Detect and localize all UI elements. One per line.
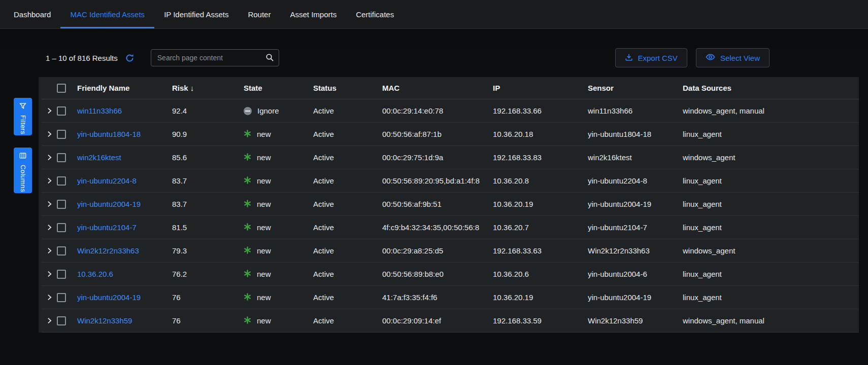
refresh-icon[interactable] (125, 53, 135, 63)
asset-name-link[interactable]: win11n33h66 (77, 106, 122, 115)
search-box (151, 49, 279, 66)
tab-ip-identified-assets[interactable]: IP Identified Assets (154, 0, 238, 28)
expand-chevron-icon[interactable] (42, 131, 57, 137)
asset-name-link[interactable]: 10.36.20.6 (77, 270, 113, 278)
filters-side-tab[interactable]: Filters (14, 98, 32, 135)
header-sensor[interactable]: Sensor (588, 84, 683, 92)
export-csv-button[interactable]: Export CSV (615, 48, 687, 67)
select-all-checkbox[interactable] (57, 84, 66, 93)
sensor-cell: Win2k12n33h59 (588, 316, 683, 325)
new-state-icon (244, 316, 251, 325)
asset-name-link[interactable]: Win2k12n33h59 (77, 316, 132, 325)
row-checkbox[interactable] (57, 176, 66, 186)
tab-certificates[interactable]: Certificates (346, 0, 404, 28)
friendly-name-cell: yin-ubuntu2004-19 (77, 200, 172, 208)
state-cell: new (244, 270, 313, 279)
row-checkbox[interactable] (57, 153, 66, 162)
results-count-text: 1 – 10 of 816 Results (46, 54, 118, 62)
expand-chevron-icon[interactable] (42, 317, 57, 324)
header-data-sources[interactable]: Data Sources (683, 84, 859, 92)
header-ip[interactable]: IP (493, 84, 588, 92)
table-row: yin-ubuntu1804-18 90.9 new Active 00:50:… (42, 123, 859, 146)
asset-name-link[interactable]: yin-ubuntu1804-18 (77, 130, 141, 138)
new-state-icon (244, 176, 251, 186)
table-row: Win2k12n33h59 76 new Active 00:0c:29:09:… (42, 309, 859, 333)
header-status[interactable]: Status (313, 84, 382, 92)
tab-dashboard[interactable]: Dashboard (4, 0, 60, 28)
sort-descending-icon: ↓ (190, 84, 194, 92)
columns-icon (19, 152, 26, 161)
row-checkbox[interactable] (57, 270, 66, 279)
state-cell: new (244, 316, 313, 325)
expand-chevron-icon[interactable] (42, 294, 57, 301)
expand-chevron-icon[interactable] (42, 224, 57, 231)
state-cell: Ignore (244, 106, 313, 115)
select-view-button[interactable]: Select View (696, 48, 770, 67)
sensor-cell: yin-ubuntu1804-18 (588, 130, 683, 138)
row-checkbox[interactable] (57, 223, 66, 232)
state-label: new (257, 293, 271, 302)
state-cell: new (244, 153, 313, 162)
header-state[interactable]: State (244, 84, 313, 92)
state-label: new (257, 246, 271, 255)
table-row: win11n33h66 92.4 Ignore Active 00:0c:29:… (42, 99, 859, 123)
sensor-cell: yin-ubuntu2004-19 (588, 293, 683, 302)
asset-name-link[interactable]: win2k16ktest (77, 153, 121, 162)
expand-chevron-icon[interactable] (42, 154, 57, 161)
data-sources-cell: linux_agent (683, 223, 859, 232)
mac-cell: 00:50:56:89:b8:e0 (382, 270, 493, 278)
tab-asset-imports[interactable]: Asset Imports (280, 0, 346, 28)
state-cell: new (244, 293, 313, 302)
state-label: new (257, 200, 271, 208)
data-sources-cell: windows_agent, manual (683, 316, 859, 325)
asset-name-link[interactable]: Win2k12r2n33h63 (77, 246, 139, 255)
header-mac[interactable]: MAC (382, 84, 493, 92)
state-cell: new (244, 200, 313, 209)
state-label: new (257, 176, 271, 185)
ip-cell: 10.36.20.18 (493, 130, 588, 138)
expand-chevron-icon[interactable] (42, 177, 57, 184)
row-checkbox[interactable] (57, 106, 66, 116)
main-content: 1 – 10 of 816 Results (0, 48, 868, 365)
expand-chevron-icon[interactable] (42, 201, 57, 207)
search-icon[interactable] (265, 53, 274, 64)
eye-icon (706, 52, 715, 63)
header-friendly-name[interactable]: Friendly Name (77, 84, 172, 92)
asset-name-link[interactable]: yin-ubuntu2104-7 (77, 223, 137, 232)
new-state-icon (244, 200, 251, 209)
asset-name-link[interactable]: yin-ubuntu2004-19 (77, 293, 141, 302)
mac-cell: 00:0c:29:14:e0:78 (382, 106, 493, 115)
top-nav: Dashboard MAC Identified Assets IP Ident… (0, 0, 868, 29)
search-input[interactable] (151, 49, 279, 66)
tab-router[interactable]: Router (238, 0, 280, 28)
risk-cell: 83.7 (172, 200, 244, 208)
mac-cell: 00:50:56:89:20:95,bd:a1:4f:8 (382, 176, 493, 185)
friendly-name-cell: yin-ubuntu2204-8 (77, 176, 172, 185)
columns-tab-label: Columns (19, 165, 27, 192)
asset-name-link[interactable]: yin-ubuntu2004-19 (77, 200, 141, 208)
risk-cell: 79.3 (172, 246, 244, 255)
expand-chevron-icon[interactable] (42, 247, 57, 254)
row-checkbox[interactable] (57, 130, 66, 139)
risk-cell: 85.6 (172, 153, 244, 162)
asset-name-link[interactable]: yin-ubuntu2204-8 (77, 176, 137, 185)
row-checkbox[interactable] (57, 293, 66, 302)
ip-cell: 192.168.33.63 (493, 246, 588, 255)
expand-chevron-icon[interactable] (42, 107, 57, 114)
data-sources-cell: windows_agent (683, 153, 859, 162)
sensor-cell: yin-ubuntu2004-19 (588, 200, 683, 208)
table-row: yin-ubuntu2204-8 83.7 new Active 00:50:5… (42, 169, 859, 193)
tab-mac-identified-assets[interactable]: MAC Identified Assets (60, 0, 154, 28)
columns-side-tab[interactable]: Columns (14, 148, 32, 193)
row-checkbox[interactable] (57, 246, 66, 256)
status-cell: Active (313, 316, 382, 325)
expand-chevron-icon[interactable] (42, 271, 57, 277)
header-risk[interactable]: Risk↓ (172, 84, 244, 92)
state-cell: new (244, 246, 313, 256)
state-label: new (257, 316, 271, 325)
row-checkbox[interactable] (57, 316, 66, 325)
data-sources-cell: linux_agent (683, 293, 859, 302)
sensor-cell: win11n33h66 (588, 106, 683, 115)
row-checkbox[interactable] (57, 200, 66, 209)
status-cell: Active (313, 200, 382, 208)
